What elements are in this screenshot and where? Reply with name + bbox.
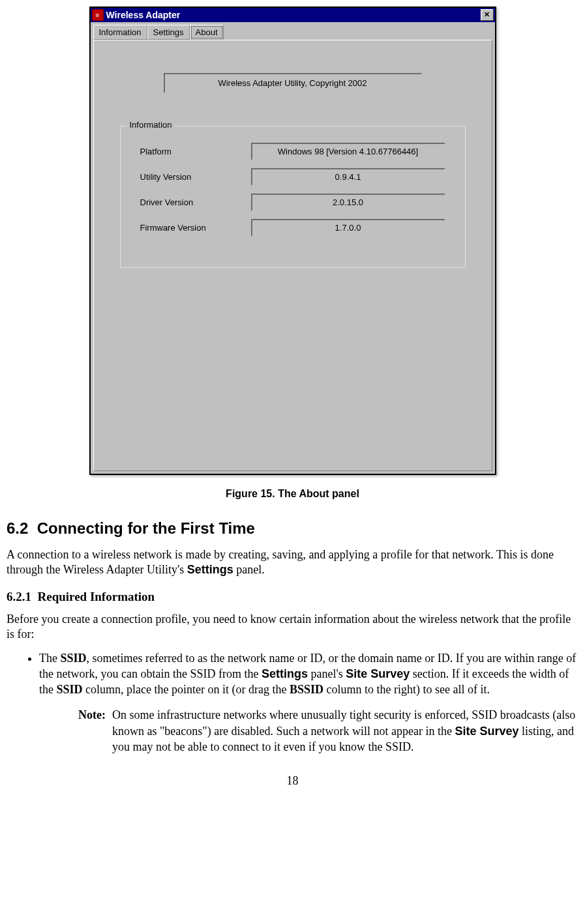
close-button[interactable]: ✕: [481, 9, 494, 21]
tab-settings[interactable]: Settings: [147, 25, 190, 40]
value-platform: Windows 98 [Version 4.10.67766446]: [251, 143, 445, 160]
subsection-title: Required Information: [38, 590, 155, 603]
tab-about[interactable]: About: [190, 25, 224, 40]
bold-settings: Settings: [187, 563, 233, 576]
window-title: Wireless Adapter: [106, 10, 481, 20]
figure-caption: Figure 15. The About panel: [7, 488, 578, 500]
note-label: Note:: [78, 707, 106, 755]
value-utility: 0.9.4.1: [251, 168, 445, 186]
groupbox-title: Information: [127, 120, 175, 130]
note-text: On some infrastructure networks where un…: [112, 707, 578, 755]
subsection-heading: 6.2.1 Required Information: [7, 590, 578, 604]
section-heading: 6.2 Connecting for the First Time: [7, 519, 578, 538]
label-driver: Driver Version: [140, 197, 251, 207]
tab-bar: Information Settings About: [91, 22, 495, 40]
label-firmware: Firmware Version: [140, 223, 251, 233]
note-block: Note: On some infrastructure networks wh…: [78, 707, 578, 755]
subsection-number: 6.2.1: [7, 590, 31, 603]
value-driver: 2.0.15.0: [251, 194, 445, 211]
info-row-utility: Utility Version 0.9.4.1: [140, 168, 445, 186]
app-icon: ≡: [92, 9, 104, 21]
information-groupbox: Information Platform Windows 98 [Version…: [120, 126, 466, 268]
label-platform: Platform: [140, 147, 251, 156]
label-utility: Utility Version: [140, 172, 251, 182]
info-row-driver: Driver Version 2.0.15.0: [140, 194, 445, 211]
info-row-platform: Platform Windows 98 [Version 4.10.677664…: [140, 143, 445, 160]
bullet-item-ssid: The SSID, sometimes referred to as the n…: [39, 650, 578, 698]
dialog-window: ≡ Wireless Adapter ✕ Information Setting…: [89, 7, 496, 475]
info-row-firmware: Firmware Version 1.7.0.0: [140, 219, 445, 237]
about-panel: Wireless Adapter Utility, Copyright 2002…: [93, 40, 492, 471]
titlebar: ≡ Wireless Adapter ✕: [91, 8, 495, 22]
value-firmware: 1.7.0.0: [251, 219, 445, 237]
copyright-text: Wireless Adapter Utility, Copyright 2002: [164, 73, 422, 93]
section-number: 6.2: [7, 519, 28, 537]
page-number: 18: [7, 774, 578, 788]
paragraph-1: A connection to a wireless network is ma…: [7, 547, 578, 578]
tab-information[interactable]: Information: [93, 25, 147, 40]
paragraph-2: Before you create a connection profile, …: [7, 612, 578, 642]
bullet-list: The SSID, sometimes referred to as the n…: [7, 650, 578, 698]
section-title: Connecting for the First Time: [37, 519, 255, 537]
